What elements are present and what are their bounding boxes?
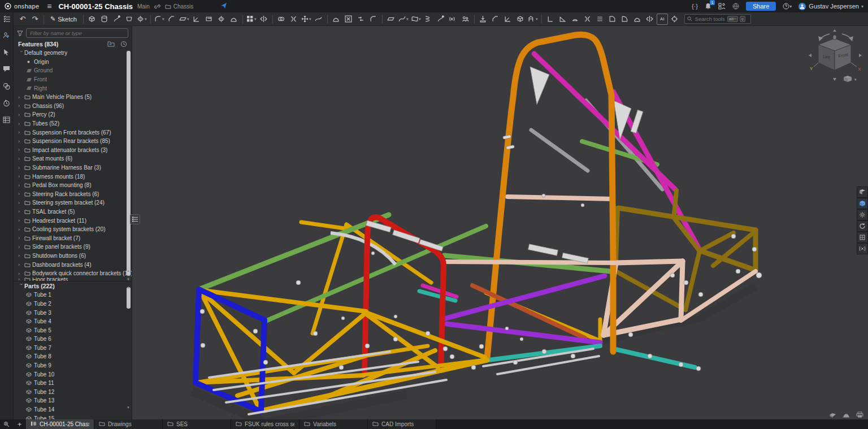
- part-row[interactable]: Tube 11: [14, 379, 132, 388]
- part-row[interactable]: Tube 9: [14, 361, 132, 370]
- feature-list-toggle[interactable]: [0, 12, 14, 26]
- parts-scroll-up-arrow[interactable]: ▲: [127, 285, 130, 289]
- tree-node-right[interactable]: Right: [14, 84, 132, 93]
- share-button[interactable]: Share: [746, 2, 776, 11]
- tree-folder-row[interactable]: ›Suspension Rear brackets (85): [14, 137, 132, 146]
- view-options-dropdown[interactable]: ▾: [844, 76, 857, 82]
- tree-folder-row[interactable]: ›Chassis (96): [14, 102, 132, 111]
- document-tab-ch-00001-25-chassis[interactable]: CH-00001-25 Chassis: [26, 419, 94, 429]
- undo-button[interactable]: ↶: [17, 14, 28, 25]
- tree-folder-row[interactable]: ›Pedal Box mounting (8): [14, 181, 132, 190]
- tree-folder-row[interactable]: ›TSAL bracket (5): [14, 207, 132, 216]
- rotate-left-arrow[interactable]: [809, 54, 811, 57]
- hole-button[interactable]: [216, 14, 227, 25]
- frame-button[interactable]: ▾: [527, 14, 539, 25]
- delete-face-button[interactable]: [343, 14, 354, 25]
- measure-button[interactable]: [857, 243, 868, 254]
- move-face-button[interactable]: [228, 14, 240, 25]
- document-tab-ses[interactable]: SES: [163, 419, 231, 429]
- extrude-button[interactable]: [86, 14, 98, 25]
- part-row[interactable]: Tube 15: [14, 414, 132, 419]
- tree-node-ground[interactable]: Ground: [14, 66, 132, 75]
- feature-list-flyout-handle[interactable]: [130, 214, 140, 224]
- notifications-bell-icon[interactable]: 1: [705, 3, 711, 10]
- part-row[interactable]: Tube 4: [14, 317, 132, 326]
- view-cube[interactable]: Left Front Y X ▾: [807, 28, 863, 85]
- document-tab-variabels[interactable]: Variabels: [300, 419, 368, 429]
- tree-folder-row[interactable]: ›Steering Rack brackets (6): [14, 190, 132, 199]
- selection-helper-icon[interactable]: [2, 47, 11, 57]
- sketch-button[interactable]: ✎ Sketch: [46, 14, 81, 25]
- shaded-view-icon[interactable]: [828, 411, 836, 418]
- weld-button[interactable]: [570, 14, 581, 25]
- workspace-name[interactable]: Main: [137, 3, 150, 10]
- boolean-button[interactable]: [276, 14, 287, 25]
- scroll-down-arrow[interactable]: ▼: [127, 278, 130, 281]
- trim-button[interactable]: [582, 14, 593, 25]
- part-row[interactable]: Tube 10: [14, 370, 132, 379]
- language-globe-icon[interactable]: [732, 3, 739, 10]
- transform-button[interactable]: ▾: [301, 14, 312, 25]
- tree-folder-row[interactable]: ›Dashboard brackets (4): [14, 260, 132, 269]
- redo-button[interactable]: ↷: [29, 14, 41, 25]
- help-menu[interactable]: ▾: [783, 3, 792, 10]
- parts-scroll-thumb[interactable]: [127, 287, 131, 309]
- rotate-right-arrow[interactable]: [859, 54, 862, 57]
- tree-node-default-geometry[interactable]: › Default geometry: [14, 49, 132, 58]
- isolate-target-button[interactable]: [669, 14, 680, 25]
- new-folder-icon[interactable]: [107, 41, 115, 47]
- shell-button[interactable]: [203, 14, 215, 25]
- onshape-logo[interactable]: onshape: [5, 3, 39, 10]
- part-row[interactable]: Tube 13: [14, 396, 132, 405]
- part-row[interactable]: Tube 1: [14, 291, 132, 300]
- perspective-icon[interactable]: [842, 411, 850, 418]
- tree-folder-row[interactable]: ›Harness mounts (18): [14, 172, 132, 181]
- dev-console-icon[interactable]: {·}: [692, 3, 698, 10]
- sheet-metal-model-button[interactable]: [490, 14, 501, 25]
- comments-icon[interactable]: [2, 64, 11, 73]
- parts-scroll-down-arrow[interactable]: ▼: [127, 406, 130, 409]
- floor-rails[interactable]: [209, 349, 599, 414]
- plane-button[interactable]: [385, 14, 397, 25]
- document-folder[interactable]: Chassis: [165, 3, 194, 10]
- tree-folder-row[interactable]: ›Submarine Harness Bar (3): [14, 163, 132, 172]
- part-row[interactable]: Tube 8: [14, 352, 132, 361]
- user-menu[interactable]: Gustav Jespersen ▾: [798, 3, 863, 10]
- beam-button[interactable]: [545, 14, 556, 25]
- corner-break-button[interactable]: [619, 14, 631, 25]
- part-row[interactable]: Tube 3: [14, 308, 132, 317]
- tree-folder-row[interactable]: ›Bodywork quick connector brackets (16): [14, 269, 132, 278]
- tree-folder-row[interactable]: ›Percy (2): [14, 110, 132, 119]
- part-row[interactable]: Tube 2: [14, 300, 132, 309]
- variable-button[interactable]: [448, 14, 459, 25]
- tree-node-front[interactable]: Front: [14, 75, 132, 84]
- display-states-button[interactable]: [857, 209, 868, 220]
- search-tabs-icon[interactable]: [0, 419, 13, 429]
- gusset-button[interactable]: [557, 14, 568, 25]
- chamfer-button[interactable]: [166, 14, 177, 25]
- flange-button[interactable]: [502, 14, 514, 25]
- team-share-icon[interactable]: [718, 3, 726, 10]
- main-menu-icon[interactable]: ≡: [47, 2, 51, 11]
- new-tab-button[interactable]: +: [13, 419, 26, 429]
- visibility-button[interactable]: [857, 198, 868, 209]
- composite-curve-button[interactable]: ▾: [398, 14, 409, 25]
- rotate-up-arrow[interactable]: [833, 29, 836, 32]
- tree-folder-row[interactable]: ›Cooling system brackets (20): [14, 225, 132, 234]
- link-icon[interactable]: [154, 3, 160, 10]
- document-tab-fsuk-rules-cross-section[interactable]: FSUK rules cross section: [231, 419, 300, 429]
- tree-folder-row[interactable]: ›Main Vehicle Planes (5): [14, 93, 132, 102]
- features-scroll-thumb[interactable]: [127, 51, 131, 276]
- clipped-folder-row[interactable]: › Floor brackets: [14, 278, 132, 281]
- tab-button[interactable]: [515, 14, 526, 25]
- tree-node-origin[interactable]: Origin: [14, 58, 132, 67]
- tree-folder-row[interactable]: ›Tubes (52): [14, 119, 132, 128]
- document-tab-cad-imports[interactable]: CAD Imports: [368, 419, 436, 429]
- derived-button[interactable]: [460, 14, 471, 25]
- thicken-button[interactable]: ▾: [136, 14, 147, 25]
- tree-folder-row[interactable]: ›Seat mounts (6): [14, 154, 132, 163]
- 3d-fit-spline-button[interactable]: [435, 14, 446, 25]
- part-row[interactable]: Tube 12: [14, 388, 132, 397]
- offset-surface-button[interactable]: [313, 14, 324, 25]
- scroll-up-arrow[interactable]: ▲: [127, 269, 130, 272]
